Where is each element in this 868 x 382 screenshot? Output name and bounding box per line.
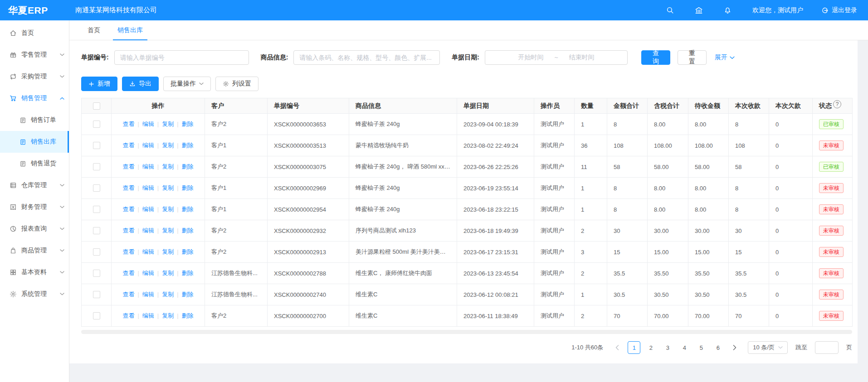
action-edit-link[interactable]: 编辑 [142, 142, 154, 149]
row-checkbox[interactable] [93, 227, 100, 234]
status-badge: 未审核 [819, 183, 844, 193]
action-delete-link[interactable]: 删除 [182, 270, 194, 276]
reset-button[interactable]: 重置 [678, 50, 707, 65]
action-delete-link[interactable]: 删除 [182, 163, 194, 170]
search-button[interactable]: 查询 [641, 50, 670, 65]
action-delete-link[interactable]: 删除 [182, 121, 194, 127]
action-edit-link[interactable]: 编辑 [142, 248, 154, 255]
page-button-2[interactable]: 2 [644, 341, 657, 354]
action-copy-link[interactable]: 复制 [162, 270, 174, 276]
action-delete-link[interactable]: 删除 [182, 184, 194, 191]
sidebar-item-basic-data[interactable]: 基本资料 [0, 261, 69, 283]
sidebar-item-purchase[interactable]: 采购管理 [0, 66, 69, 87]
row-checkbox[interactable] [93, 248, 100, 256]
action-view-link[interactable]: 查看 [122, 312, 134, 319]
action-view-link[interactable]: 查看 [122, 142, 134, 149]
action-copy-link[interactable]: 复制 [162, 184, 174, 191]
action-view-link[interactable]: 查看 [122, 184, 134, 191]
action-edit-link[interactable]: 编辑 [142, 291, 154, 298]
sidebar-item-sales[interactable]: 销售管理 [0, 87, 69, 109]
date-range-input[interactable]: 开始时间 ~ 结束时间 [485, 50, 628, 65]
page-button-3[interactable]: 3 [661, 341, 674, 354]
action-delete-link[interactable]: 删除 [182, 206, 194, 213]
action-view-link[interactable]: 查看 [122, 163, 134, 170]
row-checkbox[interactable] [93, 121, 100, 128]
action-delete-link[interactable]: 删除 [182, 248, 194, 255]
action-edit-link[interactable]: 编辑 [142, 227, 154, 234]
page-button-4[interactable]: 4 [678, 341, 691, 354]
search-icon[interactable] [666, 6, 674, 14]
page-button-5[interactable]: 5 [695, 341, 707, 354]
add-button[interactable]: 新增 [81, 77, 117, 91]
sidebar-item-finance[interactable]: 财务管理 [0, 196, 69, 218]
help-icon[interactable]: ? [833, 100, 841, 108]
next-page-arrow[interactable] [728, 341, 741, 354]
row-checkbox[interactable] [93, 291, 100, 298]
cell-amount: 70 [607, 305, 648, 327]
bill-no-input[interactable] [114, 50, 249, 65]
tab-sales-outbound[interactable]: 销售出库 [117, 20, 143, 40]
action-view-link[interactable]: 查看 [122, 248, 134, 255]
page-button-6[interactable]: 6 [712, 341, 724, 354]
action-edit-link[interactable]: 编辑 [142, 163, 154, 170]
column-settings-button[interactable]: 列设置 [215, 77, 258, 91]
action-edit-link[interactable]: 编辑 [142, 270, 154, 276]
tab-home[interactable]: 首页 [88, 20, 100, 40]
action-edit-link[interactable]: 编辑 [142, 121, 154, 127]
sidebar-item-goods[interactable]: 商品管理 [0, 240, 69, 261]
row-checkbox[interactable] [93, 206, 100, 213]
action-copy-link[interactable]: 复制 [162, 248, 174, 255]
action-view-link[interactable]: 查看 [122, 291, 134, 298]
action-copy-link[interactable]: 复制 [162, 163, 174, 170]
row-checkbox[interactable] [93, 163, 100, 170]
action-view-link[interactable]: 查看 [122, 121, 134, 127]
action-delete-link[interactable]: 删除 [182, 291, 194, 298]
action-delete-link[interactable]: 删除 [182, 312, 194, 319]
action-view-link[interactable]: 查看 [122, 227, 134, 234]
bell-icon[interactable] [724, 6, 731, 14]
action-edit-link[interactable]: 编辑 [142, 206, 154, 213]
cell-receivable: 30.50 [688, 284, 729, 305]
status-badge: 未审核 [819, 226, 844, 236]
action-view-link[interactable]: 查看 [122, 270, 134, 276]
action-copy-link[interactable]: 复制 [162, 206, 174, 213]
action-copy-link[interactable]: 复制 [162, 312, 174, 319]
action-delete-link[interactable]: 删除 [182, 227, 194, 234]
sidebar-item-sales-outbound[interactable]: 销售出库 [0, 131, 69, 153]
action-copy-link[interactable]: 复制 [162, 291, 174, 298]
bank-icon[interactable] [695, 6, 703, 15]
page-button-1[interactable]: 1 [628, 341, 640, 354]
row-checkbox[interactable] [93, 184, 100, 192]
sidebar-item-sales-order[interactable]: 销售订单 [0, 109, 69, 131]
expand-link[interactable]: 展开 [715, 53, 735, 62]
batch-actions-button[interactable]: 批量操作 [163, 77, 211, 91]
cell-date: 2023-09-04 00:18:39 [457, 114, 534, 135]
logout-button[interactable]: 退出登录 [821, 6, 857, 15]
cell-operator: 测试用户 [534, 220, 575, 242]
cell-qty: 1 [575, 114, 607, 135]
sidebar-item-system[interactable]: 系统管理 [0, 283, 69, 305]
sidebar-item-retail[interactable]: 零售管理 [0, 44, 69, 66]
row-checkbox[interactable] [93, 142, 100, 149]
row-checkbox[interactable] [93, 270, 100, 277]
sidebar-item-home[interactable]: 首页 [0, 22, 69, 44]
select-all-checkbox[interactable] [93, 102, 100, 110]
action-edit-link[interactable]: 编辑 [142, 312, 154, 319]
action-copy-link[interactable]: 复制 [162, 227, 174, 234]
horizontal-scrollbar[interactable] [81, 330, 852, 334]
sidebar-item-sales-return[interactable]: 销售退货 [0, 153, 69, 174]
sidebar-item-reports[interactable]: 报表查询 [0, 218, 69, 240]
product-info-input[interactable] [293, 50, 440, 65]
row-checkbox[interactable] [93, 312, 100, 319]
prev-page-arrow[interactable] [611, 341, 624, 354]
cell-customer: 客户2 [205, 220, 268, 242]
page-size-select[interactable]: 10 条/页 [748, 341, 788, 354]
action-delete-link[interactable]: 删除 [182, 142, 194, 149]
action-edit-link[interactable]: 编辑 [142, 184, 154, 191]
export-button[interactable]: 导出 [122, 77, 159, 91]
action-copy-link[interactable]: 复制 [162, 121, 174, 127]
action-copy-link[interactable]: 复制 [162, 142, 174, 149]
sidebar-item-warehouse[interactable]: 仓库管理 [0, 174, 69, 196]
jump-to-input[interactable] [815, 341, 839, 354]
action-view-link[interactable]: 查看 [122, 206, 134, 213]
